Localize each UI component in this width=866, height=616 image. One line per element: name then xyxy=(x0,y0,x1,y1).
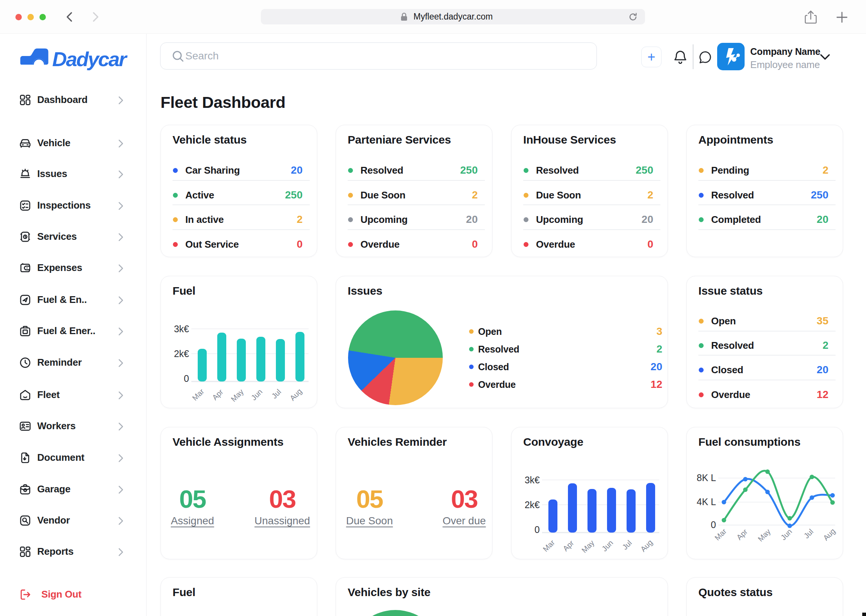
svg-text:Apr: Apr xyxy=(211,388,225,402)
svg-text:0: 0 xyxy=(711,519,716,530)
svg-text:Mar: Mar xyxy=(541,538,556,553)
svg-text:2k€: 2k€ xyxy=(525,500,540,510)
svg-text:Aug: Aug xyxy=(822,527,837,542)
svg-text:4K L: 4K L xyxy=(697,497,717,507)
svg-text:Aug: Aug xyxy=(288,387,304,402)
svg-text:Jun: Jun xyxy=(779,527,794,542)
svg-text:Jul: Jul xyxy=(270,388,283,400)
svg-text:May: May xyxy=(756,527,772,543)
svg-text:Aug: Aug xyxy=(639,538,654,554)
svg-text:May: May xyxy=(580,539,596,555)
svg-text:Jun: Jun xyxy=(600,539,615,553)
svg-text:0: 0 xyxy=(534,524,540,535)
svg-text:8K L: 8K L xyxy=(697,472,717,483)
svg-text:3k€: 3k€ xyxy=(174,324,189,334)
svg-text:Jul: Jul xyxy=(802,527,815,540)
svg-text:3k€: 3k€ xyxy=(525,475,540,485)
svg-text:Mar: Mar xyxy=(190,387,206,402)
svg-text:Jun: Jun xyxy=(250,388,264,402)
svg-text:Apr: Apr xyxy=(561,539,575,553)
svg-text:Apr: Apr xyxy=(735,527,749,542)
svg-text:0: 0 xyxy=(184,373,189,384)
svg-text:2k€: 2k€ xyxy=(174,349,189,359)
svg-text:May: May xyxy=(229,388,245,403)
svg-text:Jul: Jul xyxy=(621,539,633,552)
